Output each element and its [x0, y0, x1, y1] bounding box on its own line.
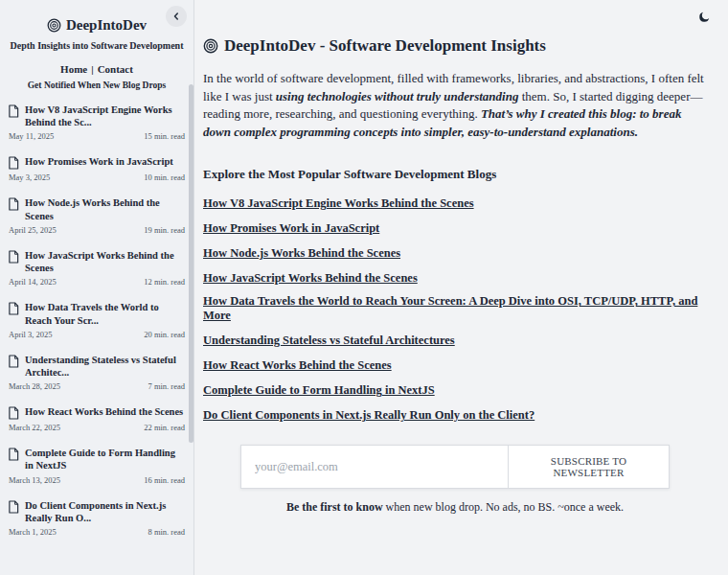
popular-link-row: Complete Guide to Form Handling in NextJ… — [203, 381, 707, 398]
document-icon — [8, 156, 19, 170]
sidebar-post-item[interactable]: How Data Travels the World to Reach Your… — [6, 298, 188, 341]
get-notified-link[interactable]: Get Notified When New Blog Drops — [6, 80, 188, 90]
popular-link-row: How React Works Behind the Scenes — [203, 356, 707, 373]
post-read-time: 20 min. read — [144, 330, 185, 339]
post-read-time: 10 min. read — [144, 172, 185, 182]
post-read-time: 22 min. read — [144, 423, 185, 432]
sidebar-post-item[interactable]: How React Works Behind the Scenes March … — [6, 402, 188, 435]
page-title-text: DeepIntoDev - Software Development Insig… — [224, 36, 546, 56]
document-icon — [8, 406, 19, 420]
document-icon — [8, 448, 19, 461]
post-date: April 3, 2025 — [9, 330, 53, 339]
popular-blog-link[interactable]: Complete Guide to Form Handling in NextJ… — [203, 383, 435, 398]
post-date: March 13, 2025 — [9, 475, 60, 485]
page: DeepIntoDev Depth Insights into Software… — [0, 0, 728, 575]
post-meta: March 1, 2025 8 min. read — [8, 527, 186, 537]
intro-segment: using technologies without truly underst… — [276, 89, 519, 104]
sidebar-post-list: How V8 JavaScript Engine Works Behind th… — [6, 101, 188, 540]
sidebar-brand[interactable]: DeepIntoDev — [6, 17, 188, 34]
post-read-time: 8 min. read — [148, 527, 185, 537]
post-meta: March 28, 2025 7 min. read — [8, 381, 186, 391]
newsletter-note: Be the first to know when new blog drop.… — [203, 500, 707, 515]
post-read-time: 19 min. read — [144, 225, 185, 235]
post-read-time: 16 min. read — [144, 475, 185, 485]
post-date: May 3, 2025 — [9, 172, 50, 182]
sidebar: DeepIntoDev Depth Insights into Software… — [0, 0, 194, 575]
popular-link-row: How V8 JavaScript Engine Works Behind th… — [203, 195, 707, 211]
popular-link-row: Do Client Components in Next.js Really R… — [203, 406, 707, 423]
popular-link-row: How Promises Work in JavaScript — [203, 219, 707, 236]
post-date: May 11, 2025 — [9, 131, 54, 141]
sidebar-post-item[interactable]: How Promises Work in JavaScript May 3, 2… — [6, 152, 188, 185]
post-date: March 28, 2025 — [9, 381, 60, 391]
chevron-left-icon — [171, 11, 182, 22]
popular-blogs-heading: Explore the Most Popular Software Develo… — [203, 167, 707, 182]
document-icon — [8, 302, 19, 315]
newsletter-form: SUBSCRIBE TO NEWSLETTER — [240, 445, 670, 489]
dark-mode-toggle[interactable] — [695, 9, 713, 26]
popular-blog-link[interactable]: How React Works Behind the Scenes — [203, 358, 392, 373]
document-icon — [8, 197, 19, 211]
popular-links-list: How V8 JavaScript Engine Works Behind th… — [203, 195, 707, 423]
post-title: How JavaScript Works Behind the Scenes — [25, 249, 186, 274]
intro-paragraph: In the world of software development, fi… — [203, 70, 707, 141]
document-icon — [8, 500, 19, 514]
newsletter-note-rest: when new blog drop. No ads, no BS. ~once… — [383, 500, 624, 514]
popular-blog-link[interactable]: How JavaScript Works Behind the Scenes — [203, 271, 418, 286]
post-meta: April 3, 2025 20 min. read — [8, 330, 186, 339]
popular-link-row: How JavaScript Works Behind the Scenes — [203, 269, 707, 286]
document-icon — [8, 355, 19, 368]
document-icon — [8, 104, 19, 118]
popular-link-row: How Node.js Works Behind the Scenes — [203, 244, 707, 261]
post-meta: April 14, 2025 12 min. read — [8, 277, 186, 287]
newsletter-note-bold: Be the first to know — [286, 500, 383, 514]
post-title: How Promises Work in JavaScript — [25, 155, 173, 168]
popular-link-row: How Data Travels the World to Reach Your… — [203, 294, 707, 323]
post-read-time: 15 min. read — [144, 131, 185, 141]
post-meta: April 25, 2025 19 min. read — [8, 225, 186, 235]
post-meta: May 3, 2025 10 min. read — [8, 172, 186, 182]
sidebar-post-item[interactable]: Complete Guide to Form Handling in NextJ… — [6, 444, 188, 487]
post-date: April 14, 2025 — [9, 277, 57, 287]
post-date: April 25, 2025 — [9, 225, 57, 235]
sidebar-collapse-button[interactable] — [166, 6, 187, 27]
sidebar-post-item[interactable]: How V8 JavaScript Engine Works Behind th… — [6, 101, 188, 144]
deepintodev-logo-icon — [47, 18, 61, 33]
nav-separator: | — [91, 63, 93, 75]
popular-link-row: Understanding Stateless vs Stateful Arch… — [203, 332, 707, 348]
page-title: DeepIntoDev - Software Development Insig… — [203, 36, 707, 56]
sidebar-post-item[interactable]: Understanding Stateless vs Stateful Arch… — [6, 351, 188, 394]
sidebar-post-item[interactable]: How Node.js Works Behind the Scenes Apri… — [6, 194, 188, 237]
popular-blog-link[interactable]: Understanding Stateless vs Stateful Arch… — [203, 334, 455, 348]
post-date: March 1, 2025 — [9, 527, 57, 537]
popular-blog-link[interactable]: How Data Travels the World to Reach Your… — [203, 294, 707, 323]
post-title: How React Works Behind the Scenes — [25, 405, 183, 418]
main-content: DeepIntoDev - Software Development Insig… — [194, 0, 728, 575]
post-read-time: 7 min. read — [148, 381, 185, 391]
sidebar-brand-title: DeepIntoDev — [66, 17, 147, 34]
subscribe-button[interactable]: SUBSCRIBE TO NEWSLETTER — [508, 446, 669, 488]
post-title: Understanding Stateless vs Stateful Arch… — [25, 354, 186, 379]
popular-blog-link[interactable]: Do Client Components in Next.js Really R… — [203, 408, 535, 423]
sidebar-scrollbar-thumb[interactable] — [189, 84, 193, 443]
post-title: How V8 JavaScript Engine Works Behind th… — [25, 104, 186, 128]
post-date: March 22, 2025 — [9, 423, 60, 432]
popular-blog-link[interactable]: How V8 JavaScript Engine Works Behind th… — [203, 196, 474, 211]
post-meta: March 13, 2025 16 min. read — [8, 475, 186, 485]
post-title: How Data Travels the World to Reach Your… — [25, 301, 186, 326]
nav-link-home[interactable]: Home — [60, 63, 87, 75]
sidebar-nav: Home|Contact — [6, 63, 188, 75]
popular-blog-link[interactable]: How Promises Work in JavaScript — [203, 221, 379, 236]
email-input[interactable] — [241, 446, 508, 488]
post-title: How Node.js Works Behind the Scenes — [25, 196, 186, 221]
post-title: Do Client Components in Next.js Really R… — [25, 499, 186, 524]
post-title: Complete Guide to Form Handling in NextJ… — [25, 447, 186, 472]
post-meta: May 11, 2025 15 min. read — [8, 131, 186, 141]
nav-link-contact[interactable]: Contact — [98, 63, 133, 75]
popular-blog-link[interactable]: How Node.js Works Behind the Scenes — [203, 246, 400, 261]
sidebar-post-item[interactable]: How JavaScript Works Behind the Scenes A… — [6, 246, 188, 289]
document-icon — [8, 250, 19, 264]
moon-icon — [697, 11, 711, 24]
sidebar-post-item[interactable]: Do Client Components in Next.js Really R… — [6, 496, 188, 540]
post-read-time: 12 min. read — [144, 277, 185, 287]
